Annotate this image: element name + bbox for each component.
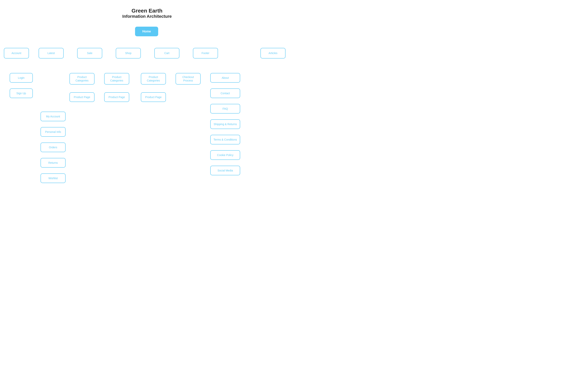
wishlist-node: Wishlist — [40, 173, 66, 183]
myaccount-node: My Account — [40, 112, 66, 121]
contact-node: Contact — [210, 88, 240, 98]
latest-node: Latest — [38, 48, 64, 58]
sale-product-node: Product Page — [104, 92, 129, 102]
cookie-node: Cookie Policy — [210, 150, 240, 160]
articles-node: Articles — [260, 48, 285, 58]
cart-node: Cart — [154, 48, 179, 58]
latest-categories-node: Product Categories — [70, 73, 94, 85]
footer-node: Footer — [193, 48, 218, 58]
signup-node: Sign Up — [10, 88, 33, 98]
social-node: Social Media — [210, 166, 240, 175]
orders-node: Orders — [40, 143, 66, 152]
sale-node: Sale — [77, 48, 102, 58]
shop-node: Shop — [116, 48, 141, 58]
sale-categories-node: Product Categories — [104, 73, 129, 85]
home-node: Home — [135, 27, 158, 36]
page-title: Green Earth — [0, 8, 294, 14]
shop-categories-node: Product Categories — [141, 73, 166, 85]
account-node: Account — [4, 48, 29, 58]
returns-node: Returns — [40, 158, 66, 168]
faq-node: FAQ — [210, 104, 240, 114]
latest-product-node: Product Page — [70, 92, 94, 102]
login-node: Login — [10, 73, 33, 83]
shipping-node: Shipping & Returns — [210, 119, 240, 129]
page-subtitle: Information Architecture — [0, 14, 294, 19]
terms-node: Terms & Conditions — [210, 135, 240, 144]
checkout-node: Checkout Process — [176, 73, 201, 85]
shop-product-node: Product Page — [141, 92, 166, 102]
about-node: About — [210, 73, 240, 83]
personalinfo-node: Personal Info — [40, 127, 66, 137]
